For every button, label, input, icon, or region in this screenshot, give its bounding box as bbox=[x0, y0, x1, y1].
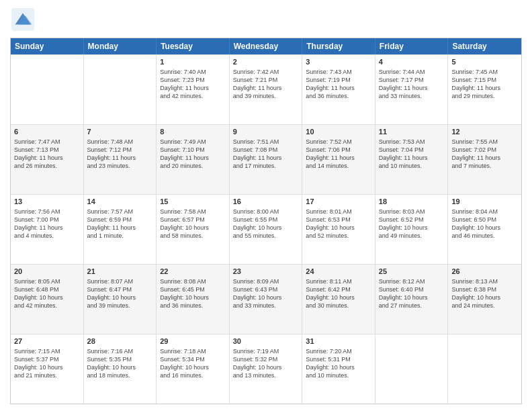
cell-line: Sunset: 7:19 PM bbox=[306, 76, 371, 84]
cell-line: Daylight: 10 hours bbox=[87, 293, 153, 302]
cell-line: Sunset: 6:48 PM bbox=[14, 285, 80, 293]
cell-line: Daylight: 11 hours bbox=[87, 154, 153, 162]
page: SundayMondayTuesdayWednesdayThursdayFrid… bbox=[0, 0, 532, 411]
cell-line: Daylight: 10 hours bbox=[160, 363, 226, 371]
calendar-cell: 19Sunrise: 8:04 AMSunset: 6:50 PMDayligh… bbox=[448, 195, 521, 264]
calendar-cell: 4Sunrise: 7:44 AMSunset: 7:17 PMDaylight… bbox=[375, 55, 449, 124]
day-number: 18 bbox=[379, 197, 445, 207]
header bbox=[10, 7, 522, 32]
day-number: 17 bbox=[306, 197, 371, 207]
day-number: 9 bbox=[233, 127, 299, 137]
cell-line: Daylight: 11 hours bbox=[451, 84, 518, 92]
cell-line: and 21 minutes. bbox=[14, 371, 80, 379]
cell-line: and 23 minutes. bbox=[87, 162, 153, 170]
calendar-cell: 8Sunrise: 7:49 AMSunset: 7:10 PMDaylight… bbox=[157, 125, 230, 194]
calendar-header-day: Wednesday bbox=[230, 38, 303, 54]
cell-line: Sunset: 7:08 PM bbox=[233, 146, 299, 154]
cell-line: and 16 minutes. bbox=[160, 371, 226, 379]
cell-line: Sunset: 6:38 PM bbox=[451, 285, 518, 293]
calendar-header-day: Friday bbox=[375, 38, 449, 54]
cell-line: Daylight: 11 hours bbox=[306, 154, 371, 162]
cell-line: and 4 minutes. bbox=[14, 232, 80, 240]
calendar-row: 20Sunrise: 8:05 AMSunset: 6:48 PMDayligh… bbox=[11, 264, 521, 334]
cell-line: Sunset: 7:02 PM bbox=[451, 146, 518, 154]
cell-line: Sunset: 5:35 PM bbox=[87, 355, 153, 363]
day-number: 24 bbox=[306, 267, 371, 277]
cell-line: Daylight: 11 hours bbox=[14, 224, 80, 232]
cell-line: Sunset: 6:55 PM bbox=[233, 216, 299, 224]
cell-line: and 30 minutes. bbox=[306, 302, 371, 310]
cell-line: Daylight: 10 hours bbox=[306, 293, 371, 302]
cell-line: and 14 minutes. bbox=[306, 162, 371, 170]
day-number: 12 bbox=[451, 127, 518, 137]
cell-line: Daylight: 10 hours bbox=[233, 363, 299, 371]
day-number: 1 bbox=[160, 57, 226, 67]
cell-line: Sunrise: 8:00 AM bbox=[233, 208, 299, 216]
cell-line: Sunset: 7:00 PM bbox=[14, 216, 80, 224]
day-number: 11 bbox=[379, 127, 445, 137]
day-number: 15 bbox=[160, 197, 226, 207]
cell-line: Sunset: 6:43 PM bbox=[233, 285, 299, 293]
cell-line: Sunset: 5:34 PM bbox=[160, 355, 226, 363]
cell-line: and 33 minutes. bbox=[379, 92, 445, 100]
calendar-cell: 23Sunrise: 8:09 AMSunset: 6:43 PMDayligh… bbox=[230, 265, 303, 334]
cell-line: Sunrise: 8:11 AM bbox=[306, 277, 371, 285]
cell-line: Daylight: 10 hours bbox=[160, 293, 226, 302]
cell-line: Daylight: 11 hours bbox=[379, 154, 445, 162]
calendar: SundayMondayTuesdayWednesdayThursdayFrid… bbox=[10, 38, 522, 404]
cell-line: Sunrise: 7:40 AM bbox=[160, 68, 226, 76]
calendar-cell: 9Sunrise: 7:51 AMSunset: 7:08 PMDaylight… bbox=[230, 125, 303, 194]
day-number: 5 bbox=[451, 57, 518, 67]
cell-line: Daylight: 10 hours bbox=[451, 293, 518, 302]
cell-line: and 58 minutes. bbox=[160, 232, 226, 240]
calendar-cell: 6Sunrise: 7:47 AMSunset: 7:13 PMDaylight… bbox=[11, 125, 84, 194]
cell-line: Sunset: 5:32 PM bbox=[233, 355, 299, 363]
calendar-header-day: Sunday bbox=[11, 38, 84, 54]
calendar-cell: 15Sunrise: 7:58 AMSunset: 6:57 PMDayligh… bbox=[157, 195, 230, 264]
cell-line: and 39 minutes. bbox=[87, 302, 153, 310]
calendar-cell: 2Sunrise: 7:42 AMSunset: 7:21 PMDaylight… bbox=[230, 55, 303, 124]
calendar-body: 1Sunrise: 7:40 AMSunset: 7:23 PMDaylight… bbox=[11, 54, 521, 404]
cell-line: Sunrise: 7:15 AM bbox=[14, 347, 80, 355]
cell-line: Sunrise: 8:13 AM bbox=[451, 277, 518, 285]
day-number: 10 bbox=[306, 127, 371, 137]
calendar-cell: 13Sunrise: 7:56 AMSunset: 7:00 PMDayligh… bbox=[11, 195, 84, 264]
cell-line: and 46 minutes. bbox=[451, 232, 518, 240]
day-number: 4 bbox=[379, 57, 445, 67]
day-number: 25 bbox=[379, 267, 445, 277]
cell-line: Sunrise: 8:07 AM bbox=[87, 277, 153, 285]
calendar-header-day: Thursday bbox=[302, 38, 375, 54]
calendar-cell: 10Sunrise: 7:52 AMSunset: 7:06 PMDayligh… bbox=[302, 125, 375, 194]
cell-line: Sunrise: 8:09 AM bbox=[233, 277, 299, 285]
calendar-header: SundayMondayTuesdayWednesdayThursdayFrid… bbox=[11, 38, 521, 54]
day-number: 23 bbox=[233, 267, 299, 277]
calendar-row: 6Sunrise: 7:47 AMSunset: 7:13 PMDaylight… bbox=[11, 124, 521, 194]
day-number: 6 bbox=[14, 127, 80, 137]
day-number: 27 bbox=[14, 336, 80, 347]
cell-line: Daylight: 10 hours bbox=[14, 363, 80, 371]
cell-line: Sunrise: 8:08 AM bbox=[160, 277, 226, 285]
cell-line: Daylight: 11 hours bbox=[160, 84, 226, 92]
day-number: 7 bbox=[87, 127, 153, 137]
calendar-cell: 22Sunrise: 8:08 AMSunset: 6:45 PMDayligh… bbox=[157, 265, 230, 334]
cell-line: and 7 minutes. bbox=[451, 162, 518, 170]
calendar-row: 27Sunrise: 7:15 AMSunset: 5:37 PMDayligh… bbox=[11, 334, 521, 404]
cell-line: Sunset: 6:53 PM bbox=[306, 216, 371, 224]
calendar-cell: 31Sunrise: 7:20 AMSunset: 5:31 PMDayligh… bbox=[302, 334, 375, 404]
day-number: 20 bbox=[14, 267, 80, 277]
cell-line: Sunset: 6:59 PM bbox=[87, 216, 153, 224]
calendar-cell: 20Sunrise: 8:05 AMSunset: 6:48 PMDayligh… bbox=[11, 265, 84, 334]
calendar-cell: 3Sunrise: 7:43 AMSunset: 7:19 PMDaylight… bbox=[302, 55, 375, 124]
calendar-row: 13Sunrise: 7:56 AMSunset: 7:00 PMDayligh… bbox=[11, 194, 521, 264]
cell-line: and 27 minutes. bbox=[379, 302, 445, 310]
day-number: 31 bbox=[306, 336, 371, 347]
cell-line: Sunrise: 8:12 AM bbox=[379, 277, 445, 285]
cell-line: and 20 minutes. bbox=[160, 162, 226, 170]
calendar-cell: 29Sunrise: 7:18 AMSunset: 5:34 PMDayligh… bbox=[157, 334, 230, 404]
calendar-cell bbox=[375, 334, 449, 404]
cell-line: and 42 minutes. bbox=[160, 92, 226, 100]
cell-line: Daylight: 10 hours bbox=[306, 363, 371, 371]
cell-line: Sunset: 5:31 PM bbox=[306, 355, 371, 363]
calendar-cell: 17Sunrise: 8:01 AMSunset: 6:53 PMDayligh… bbox=[302, 195, 375, 264]
day-number: 8 bbox=[160, 127, 226, 137]
